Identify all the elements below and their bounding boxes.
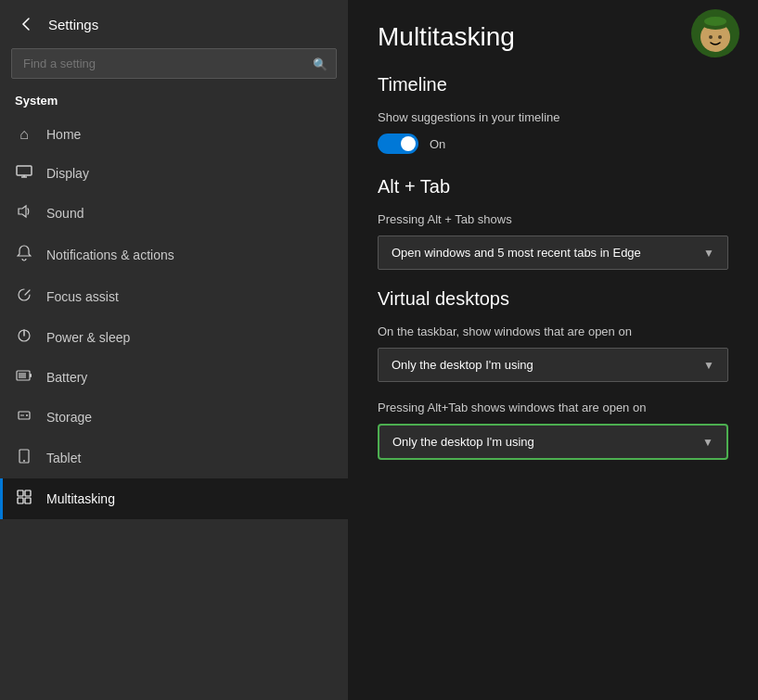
search-box[interactable]: 🔍 [11,48,337,79]
sound-icon [15,204,33,223]
sidebar-item-power[interactable]: Power & sleep [0,317,348,358]
svg-point-21 [709,35,713,39]
sidebar-item-storage[interactable]: Storage [0,397,348,438]
battery-icon [15,369,33,386]
toggle-knob [401,136,416,151]
sidebar-item-label: Sound [46,206,84,221]
svg-rect-14 [18,490,23,496]
sidebar-item-label: Display [46,166,89,181]
svg-rect-0 [17,166,32,175]
sidebar-item-label: Home [46,127,81,142]
taskbar-dropdown[interactable]: Only the desktop I'm using ▼ [378,348,728,382]
svg-rect-17 [25,498,31,503]
virtual-desktops-title: Virtual desktops [378,288,728,310]
avatar [691,9,739,57]
sidebar-item-label: Power & sleep [46,330,130,345]
display-icon [15,165,33,182]
svg-rect-16 [18,498,23,503]
sidebar-item-home[interactable]: ⌂ Home [0,115,348,154]
multitasking-icon [15,490,33,508]
alttab-vdesktop-value: Only the desktop I'm using [392,435,534,449]
timeline-setting-label: Show suggestions in your timeline [378,110,728,124]
timeline-toggle[interactable] [378,134,418,154]
svg-point-22 [718,35,722,39]
notifications-icon [15,245,33,265]
sidebar-item-label: Multitasking [46,491,115,506]
virtual-desktops-section: Virtual desktops On the taskbar, show wi… [378,288,728,460]
page-title: Multitasking [378,22,728,52]
chevron-down-icon: ▼ [702,436,713,449]
sidebar-item-label: Focus assist [46,289,119,304]
sidebar-item-notifications[interactable]: Notifications & actions [0,234,348,276]
alttab-vdesktop-dropdown[interactable]: Only the desktop I'm using ▼ [378,424,728,460]
sidebar-item-label: Storage [46,410,92,425]
search-icon: 🔍 [313,57,328,70]
sidebar-item-sound[interactable]: Sound [0,193,348,234]
sidebar-item-focus[interactable]: Focus assist [0,276,348,317]
svg-rect-7 [30,374,32,377]
alttab-setting-label: Pressing Alt + Tab shows [378,212,728,226]
svg-marker-3 [19,206,26,217]
chevron-down-icon: ▼ [703,359,714,372]
back-button[interactable] [15,13,37,35]
svg-rect-8 [19,373,26,378]
sidebar-item-label: Tablet [46,451,81,465]
sidebar-item-label: Notifications & actions [46,248,174,262]
svg-point-13 [23,460,25,462]
alttab-dropdown[interactable]: Open windows and 5 most recent tabs in E… [378,235,728,270]
sidebar: Settings 🔍 System ⌂ Home Display Sound [0,0,348,700]
alttab-dropdown-value: Open windows and 5 most recent tabs in E… [392,246,641,260]
tablet-icon [15,449,33,467]
search-input[interactable] [11,48,337,79]
taskbar-dropdown-value: Only the desktop I'm using [392,358,533,372]
timeline-section-title: Timeline [378,74,728,95]
focus-icon [15,287,33,306]
home-icon: ⌂ [15,126,33,143]
svg-point-20 [704,17,726,26]
alttab-section-title: Alt + Tab [378,176,728,197]
svg-rect-15 [25,490,31,496]
main-content: Multitasking Timeline Show suggestions i… [348,0,758,700]
power-icon [15,328,33,347]
sidebar-item-display[interactable]: Display [0,154,348,193]
toggle-on-label: On [430,137,445,151]
sidebar-header: Settings [0,0,348,48]
sidebar-item-tablet[interactable]: Tablet [0,438,348,478]
alttab-vdesktop-label: Pressing Alt+Tab shows windows that are … [378,401,728,414]
sidebar-item-label: Battery [46,370,87,385]
sidebar-item-battery[interactable]: Battery [0,358,348,397]
storage-icon [15,408,33,426]
chevron-down-icon: ▼ [703,247,714,260]
taskbar-setting-label: On the taskbar, show windows that are op… [378,325,728,338]
system-section-label: System [0,90,348,115]
sidebar-item-multitasking[interactable]: Multitasking [0,478,348,519]
sidebar-title: Settings [48,17,98,32]
svg-point-10 [26,414,28,416]
timeline-toggle-row: On [378,134,728,154]
